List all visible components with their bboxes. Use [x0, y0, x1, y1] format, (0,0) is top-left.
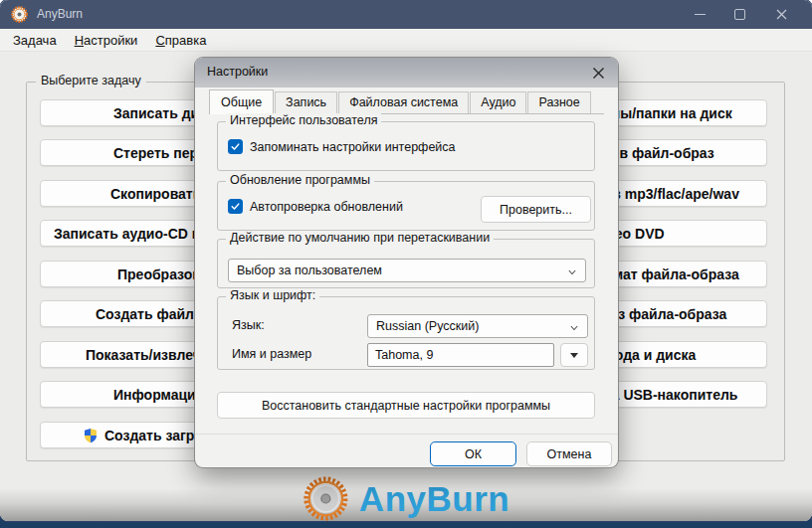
- gear-disc-icon: [303, 475, 349, 521]
- settings-tab-bar: Общие Запись Файловая система Аудио Разн…: [209, 89, 604, 114]
- tab-burning[interactable]: Запись: [275, 91, 337, 113]
- dialog-title: Настройки: [207, 65, 268, 79]
- language-label: Язык:: [232, 318, 265, 332]
- close-icon: [592, 67, 605, 80]
- dialog-separator: [195, 434, 618, 435]
- close-icon: [776, 9, 787, 20]
- window-title: AnyBurn: [37, 7, 83, 21]
- menu-bar: Задача Настройки Справка: [0, 29, 812, 52]
- logo-text: AnyBurn: [359, 481, 509, 516]
- checkbox-checked-icon: [228, 199, 243, 214]
- font-name-size-label: Имя и размер: [232, 347, 311, 361]
- anyburn-app-icon: [11, 6, 28, 23]
- menu-task[interactable]: Задача: [4, 30, 66, 51]
- font-name-size-input[interactable]: [367, 343, 554, 367]
- language-font-groupbox: Язык и шрифт: Язык: Russian (Русский) Им…: [217, 296, 595, 370]
- anyburn-logo: AnyBurn: [303, 475, 509, 521]
- font-dropdown-button[interactable]: [560, 343, 588, 367]
- update-groupbox: Обновление программы Автопроверка обновл…: [217, 181, 595, 231]
- restore-defaults-button[interactable]: Восстановить стандартные настройки прогр…: [217, 392, 595, 419]
- menu-help[interactable]: Справка: [146, 30, 215, 51]
- remember-settings-checkbox[interactable]: Запоминать настройки интерфейса: [228, 139, 456, 154]
- drag-action-dropdown[interactable]: Выбор за пользователем: [228, 259, 586, 282]
- ui-groupbox: Интерфейс пользователя Запоминать настро…: [217, 121, 595, 171]
- minimize-button[interactable]: [683, 0, 716, 29]
- dialog-titlebar: Настройки: [195, 58, 618, 88]
- tab-misc[interactable]: Разное: [527, 91, 590, 113]
- maximize-icon: [734, 9, 745, 20]
- maximize-button[interactable]: [722, 0, 756, 29]
- tab-audio[interactable]: Аудио: [470, 91, 526, 113]
- ok-button[interactable]: ОК: [430, 441, 516, 466]
- chevron-down-icon: [568, 268, 576, 276]
- dialog-close-button[interactable]: [582, 58, 614, 88]
- menu-settings[interactable]: Настройки: [66, 30, 147, 51]
- drag-drop-groupbox: Действие по умолчанию при перетаскивании…: [217, 239, 595, 288]
- anyburn-window: AnyBurn Задача Настройки Справка Выберит…: [0, 0, 812, 521]
- triangle-down-icon: [570, 353, 578, 358]
- check-updates-button[interactable]: Проверить...: [481, 196, 591, 223]
- close-button[interactable]: [764, 0, 798, 29]
- uac-shield-icon: [83, 428, 99, 443]
- minimize-icon: [695, 14, 706, 15]
- checkbox-checked-icon: [228, 139, 243, 154]
- window-titlebar: AnyBurn: [0, 0, 812, 29]
- settings-dialog: Настройки Общие Запись Файловая система …: [195, 58, 618, 467]
- chevron-down-icon: [570, 324, 578, 332]
- choose-task-label: Выберите задачу: [36, 74, 146, 88]
- language-dropdown[interactable]: Russian (Русский): [367, 314, 588, 338]
- tab-file-system[interactable]: Файловая система: [338, 91, 469, 113]
- auto-update-checkbox[interactable]: Автопроверка обновлений: [228, 199, 403, 214]
- tab-general[interactable]: Общие: [209, 89, 274, 114]
- cancel-button[interactable]: Отмена: [526, 441, 612, 466]
